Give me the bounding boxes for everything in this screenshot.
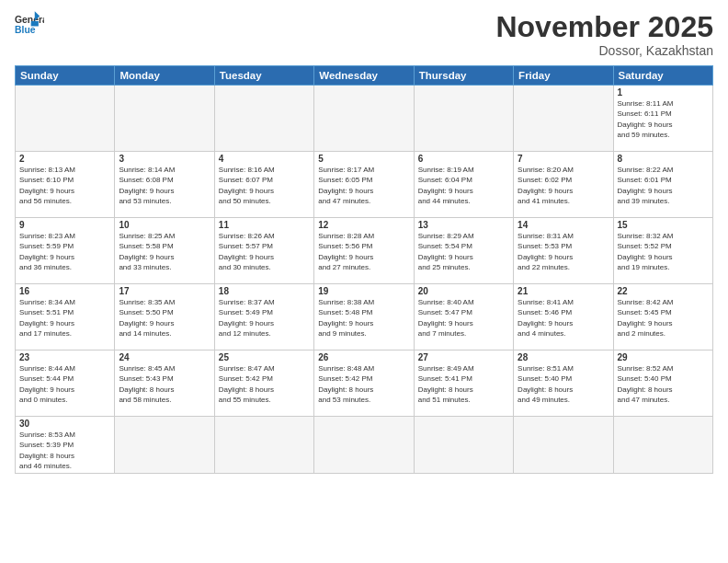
day-info: Sunrise: 8:11 AMSunset: 6:11 PMDaylight:… xyxy=(618,98,709,140)
day-info: Sunrise: 8:48 AMSunset: 5:42 PMDaylight:… xyxy=(318,363,409,405)
calendar-day-19: 19Sunrise: 8:38 AMSunset: 5:48 PMDayligh… xyxy=(314,284,414,350)
location: Dossor, Kazakhstan xyxy=(495,43,713,58)
day-info: Sunrise: 8:45 AMSunset: 5:43 PMDaylight:… xyxy=(119,363,210,405)
day-number: 8 xyxy=(618,154,709,164)
calendar-week-2: 9Sunrise: 8:23 AMSunset: 5:59 PMDaylight… xyxy=(16,218,713,284)
calendar-day-5: 5Sunrise: 8:17 AMSunset: 6:05 PMDaylight… xyxy=(314,152,414,218)
day-info: Sunrise: 8:13 AMSunset: 6:10 PMDaylight:… xyxy=(19,165,110,206)
calendar-empty xyxy=(314,86,414,152)
day-info: Sunrise: 8:28 AMSunset: 5:56 PMDaylight:… xyxy=(318,231,409,272)
day-info: Sunrise: 8:40 AMSunset: 5:47 PMDaylight:… xyxy=(418,297,509,339)
day-number: 13 xyxy=(418,220,509,230)
day-number: 22 xyxy=(618,286,709,296)
calendar-day-6: 6Sunrise: 8:19 AMSunset: 6:04 PMDaylight… xyxy=(414,152,513,218)
calendar-day-14: 14Sunrise: 8:31 AMSunset: 5:53 PMDayligh… xyxy=(514,218,613,284)
day-number: 24 xyxy=(119,352,210,362)
day-number: 27 xyxy=(418,352,509,362)
day-info: Sunrise: 8:34 AMSunset: 5:51 PMDaylight:… xyxy=(19,297,110,339)
calendar-day-1: 1Sunrise: 8:11 AMSunset: 6:11 PMDaylight… xyxy=(613,86,712,152)
calendar-day-15: 15Sunrise: 8:32 AMSunset: 5:52 PMDayligh… xyxy=(613,218,712,284)
day-number: 25 xyxy=(219,352,310,362)
day-info: Sunrise: 8:38 AMSunset: 5:48 PMDaylight:… xyxy=(318,297,409,339)
day-info: Sunrise: 8:52 AMSunset: 5:40 PMDaylight:… xyxy=(618,363,709,405)
calendar-day-23: 23Sunrise: 8:44 AMSunset: 5:44 PMDayligh… xyxy=(16,350,115,417)
day-info: Sunrise: 8:22 AMSunset: 6:01 PMDaylight:… xyxy=(618,165,709,206)
day-info: Sunrise: 8:26 AMSunset: 5:57 PMDaylight:… xyxy=(219,231,310,272)
calendar-day-29: 29Sunrise: 8:52 AMSunset: 5:40 PMDayligh… xyxy=(613,350,712,417)
calendar-empty xyxy=(214,86,313,152)
calendar-day-18: 18Sunrise: 8:37 AMSunset: 5:49 PMDayligh… xyxy=(214,284,313,350)
calendar-empty xyxy=(414,86,513,152)
calendar-day-4: 4Sunrise: 8:16 AMSunset: 6:07 PMDaylight… xyxy=(214,152,313,218)
title-block: November 2025 Dossor, Kazakhstan xyxy=(495,11,713,58)
day-info: Sunrise: 8:14 AMSunset: 6:08 PMDaylight:… xyxy=(119,165,210,206)
day-number: 5 xyxy=(318,154,409,164)
day-info: Sunrise: 8:37 AMSunset: 5:49 PMDaylight:… xyxy=(219,297,310,339)
day-number: 7 xyxy=(518,154,609,164)
calendar-empty xyxy=(314,417,414,474)
calendar-day-16: 16Sunrise: 8:34 AMSunset: 5:51 PMDayligh… xyxy=(16,284,115,350)
day-number: 6 xyxy=(418,154,509,164)
day-number: 17 xyxy=(119,286,210,296)
calendar-day-25: 25Sunrise: 8:47 AMSunset: 5:42 PMDayligh… xyxy=(214,350,313,417)
day-info: Sunrise: 8:23 AMSunset: 5:59 PMDaylight:… xyxy=(19,231,110,272)
col-header-friday: Friday xyxy=(514,66,613,86)
calendar-day-8: 8Sunrise: 8:22 AMSunset: 6:01 PMDaylight… xyxy=(613,152,712,218)
day-number: 10 xyxy=(119,220,210,230)
day-info: Sunrise: 8:16 AMSunset: 6:07 PMDaylight:… xyxy=(219,165,310,206)
col-header-monday: Monday xyxy=(115,66,214,86)
day-number: 20 xyxy=(418,286,509,296)
calendar-day-9: 9Sunrise: 8:23 AMSunset: 5:59 PMDaylight… xyxy=(16,218,115,284)
day-info: Sunrise: 8:17 AMSunset: 6:05 PMDaylight:… xyxy=(318,165,409,206)
calendar-empty xyxy=(414,417,513,474)
calendar-day-22: 22Sunrise: 8:42 AMSunset: 5:45 PMDayligh… xyxy=(613,284,712,350)
day-number: 21 xyxy=(518,286,609,296)
calendar-week-0: 1Sunrise: 8:11 AMSunset: 6:11 PMDaylight… xyxy=(16,86,713,152)
calendar-day-10: 10Sunrise: 8:25 AMSunset: 5:58 PMDayligh… xyxy=(115,218,214,284)
calendar-day-26: 26Sunrise: 8:48 AMSunset: 5:42 PMDayligh… xyxy=(314,350,414,417)
calendar-empty xyxy=(16,86,115,152)
calendar-empty xyxy=(115,86,214,152)
day-info: Sunrise: 8:25 AMSunset: 5:58 PMDaylight:… xyxy=(119,231,210,272)
calendar-day-7: 7Sunrise: 8:20 AMSunset: 6:02 PMDaylight… xyxy=(514,152,613,218)
svg-text:Blue: Blue xyxy=(15,25,36,35)
col-header-tuesday: Tuesday xyxy=(214,66,313,86)
logo: General Blue xyxy=(15,11,44,37)
col-header-saturday: Saturday xyxy=(613,66,712,86)
calendar-week-4: 23Sunrise: 8:44 AMSunset: 5:44 PMDayligh… xyxy=(16,350,713,417)
calendar-week-1: 2Sunrise: 8:13 AMSunset: 6:10 PMDaylight… xyxy=(16,152,713,218)
day-number: 3 xyxy=(119,154,210,164)
day-number: 12 xyxy=(318,220,409,230)
day-number: 1 xyxy=(618,87,709,98)
day-info: Sunrise: 8:53 AMSunset: 5:39 PMDaylight:… xyxy=(19,430,110,471)
calendar-empty xyxy=(514,86,613,152)
day-number: 29 xyxy=(618,352,709,362)
day-number: 9 xyxy=(19,220,110,230)
col-header-wednesday: Wednesday xyxy=(314,66,414,86)
calendar-day-24: 24Sunrise: 8:45 AMSunset: 5:43 PMDayligh… xyxy=(115,350,214,417)
calendar-day-27: 27Sunrise: 8:49 AMSunset: 5:41 PMDayligh… xyxy=(414,350,513,417)
day-number: 28 xyxy=(518,352,609,362)
calendar-day-21: 21Sunrise: 8:41 AMSunset: 5:46 PMDayligh… xyxy=(514,284,613,350)
day-info: Sunrise: 8:35 AMSunset: 5:50 PMDaylight:… xyxy=(119,297,210,339)
calendar-day-2: 2Sunrise: 8:13 AMSunset: 6:10 PMDaylight… xyxy=(16,152,115,218)
day-number: 2 xyxy=(19,154,110,164)
col-header-thursday: Thursday xyxy=(414,66,513,86)
calendar-day-17: 17Sunrise: 8:35 AMSunset: 5:50 PMDayligh… xyxy=(115,284,214,350)
day-number: 30 xyxy=(19,419,110,429)
day-number: 15 xyxy=(618,220,709,230)
calendar-empty xyxy=(514,417,613,474)
calendar-day-12: 12Sunrise: 8:28 AMSunset: 5:56 PMDayligh… xyxy=(314,218,414,284)
calendar-day-28: 28Sunrise: 8:51 AMSunset: 5:40 PMDayligh… xyxy=(514,350,613,417)
day-info: Sunrise: 8:19 AMSunset: 6:04 PMDaylight:… xyxy=(418,165,509,206)
calendar-table: SundayMondayTuesdayWednesdayThursdayFrid… xyxy=(15,65,713,474)
day-info: Sunrise: 8:32 AMSunset: 5:52 PMDaylight:… xyxy=(618,231,709,272)
day-number: 11 xyxy=(219,220,310,230)
calendar-day-30: 30Sunrise: 8:53 AMSunset: 5:39 PMDayligh… xyxy=(16,417,115,474)
day-number: 23 xyxy=(19,352,110,362)
day-number: 14 xyxy=(518,220,609,230)
day-info: Sunrise: 8:42 AMSunset: 5:45 PMDaylight:… xyxy=(618,297,709,339)
day-info: Sunrise: 8:49 AMSunset: 5:41 PMDaylight:… xyxy=(418,363,509,405)
day-number: 26 xyxy=(318,352,409,362)
day-info: Sunrise: 8:29 AMSunset: 5:54 PMDaylight:… xyxy=(418,231,509,272)
